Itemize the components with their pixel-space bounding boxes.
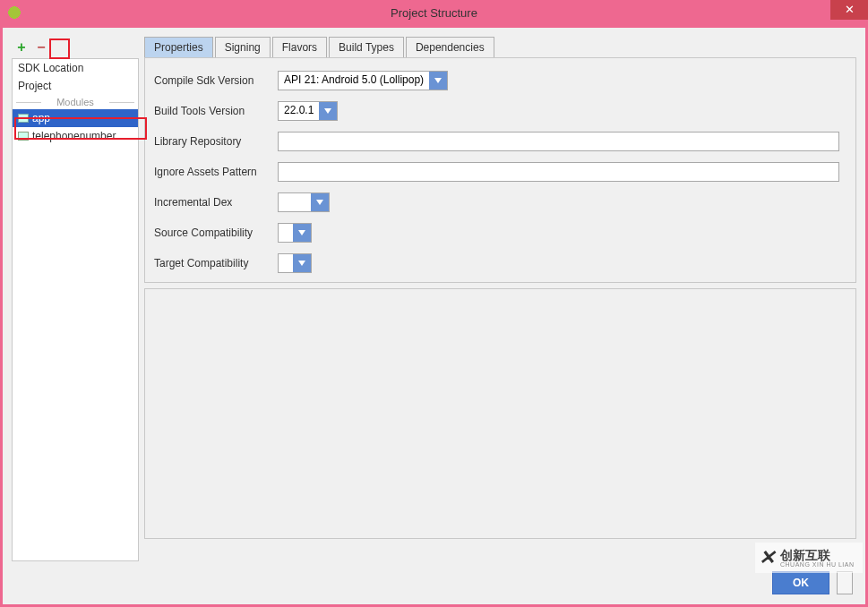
source-compat-combo[interactable] bbox=[278, 223, 312, 243]
watermark: ✕ 创新互联 CHUANG XIN HU LIAN bbox=[755, 543, 863, 573]
titlebar: Project Structure ✕ bbox=[0, 0, 868, 25]
build-tools-label: Build Tools Version bbox=[154, 105, 269, 117]
sidebar-item-sdk-location[interactable]: SDK Location bbox=[13, 59, 138, 77]
chevron-down-icon[interactable] bbox=[319, 102, 337, 120]
chevron-down-icon[interactable] bbox=[293, 254, 311, 272]
tab-properties[interactable]: Properties bbox=[144, 37, 213, 57]
properties-panel: Compile Sdk Version API 21: Android 5.0 … bbox=[144, 57, 856, 283]
source-compat-value bbox=[279, 224, 293, 242]
module-icon bbox=[18, 132, 29, 141]
build-tools-value: 22.0.1 bbox=[279, 102, 319, 120]
compile-sdk-value: API 21: Android 5.0 (Lollipop) bbox=[279, 72, 429, 90]
tab-row: Properties Signing Flavors Build Types D… bbox=[144, 37, 856, 57]
watermark-logo-icon: ✕ bbox=[759, 546, 775, 569]
ignore-assets-label: Ignore Assets Pattern bbox=[154, 166, 269, 178]
build-tools-combo[interactable]: 22.0.1 bbox=[278, 101, 338, 121]
watermark-sub: CHUANG XIN HU LIAN bbox=[780, 561, 855, 568]
sidebar-toolbar: + − bbox=[12, 37, 139, 58]
target-compat-combo[interactable] bbox=[278, 253, 312, 273]
module-label: telephonenumber bbox=[32, 130, 116, 142]
target-compat-label: Target Compatibility bbox=[154, 257, 269, 269]
footer: OK bbox=[3, 561, 865, 604]
watermark-brand: 创新互联 bbox=[780, 549, 855, 561]
app-icon bbox=[7, 5, 21, 20]
target-compat-value bbox=[279, 254, 293, 272]
module-item-telephonenumber[interactable]: telephonenumber bbox=[13, 127, 138, 145]
content-area: + − SDK Location Project Modules app tel… bbox=[3, 28, 865, 604]
ignore-assets-input[interactable] bbox=[278, 162, 839, 182]
source-compat-label: Source Compatibility bbox=[154, 227, 269, 239]
chevron-down-icon[interactable] bbox=[429, 72, 447, 90]
ok-button[interactable]: OK bbox=[772, 571, 829, 594]
sidebar-item-project[interactable]: Project bbox=[13, 77, 138, 95]
incremental-dex-value bbox=[279, 193, 311, 211]
lower-panel bbox=[144, 288, 856, 539]
sidebar-modules-header: Modules bbox=[13, 95, 138, 109]
chevron-down-icon[interactable] bbox=[311, 193, 329, 211]
tab-flavors[interactable]: Flavors bbox=[272, 37, 327, 57]
module-item-app[interactable]: app bbox=[13, 109, 138, 127]
incremental-dex-combo[interactable] bbox=[278, 192, 330, 212]
incremental-dex-label: Incremental Dex bbox=[154, 196, 269, 209]
sidebar-column: + − SDK Location Project Modules app tel… bbox=[12, 37, 139, 561]
tab-signing[interactable]: Signing bbox=[215, 37, 271, 57]
library-repo-input[interactable] bbox=[278, 132, 839, 151]
compile-sdk-combo[interactable]: API 21: Android 5.0 (Lollipop) bbox=[278, 71, 448, 90]
sidebar-list: SDK Location Project Modules app telepho… bbox=[12, 58, 139, 561]
module-icon bbox=[18, 114, 29, 123]
chevron-down-icon[interactable] bbox=[293, 224, 311, 242]
tab-dependencies[interactable]: Dependencies bbox=[406, 37, 494, 57]
module-label: app bbox=[32, 112, 50, 124]
secondary-button-partial[interactable] bbox=[837, 571, 853, 594]
tab-build-types[interactable]: Build Types bbox=[329, 37, 404, 57]
compile-sdk-label: Compile Sdk Version bbox=[154, 74, 269, 87]
close-button[interactable]: ✕ bbox=[830, 0, 868, 20]
main-panel: Properties Signing Flavors Build Types D… bbox=[144, 37, 856, 561]
add-module-button[interactable]: + bbox=[13, 39, 30, 56]
window-title: Project Structure bbox=[391, 6, 477, 20]
library-repo-label: Library Repository bbox=[154, 135, 269, 148]
remove-module-button[interactable]: − bbox=[33, 39, 49, 56]
